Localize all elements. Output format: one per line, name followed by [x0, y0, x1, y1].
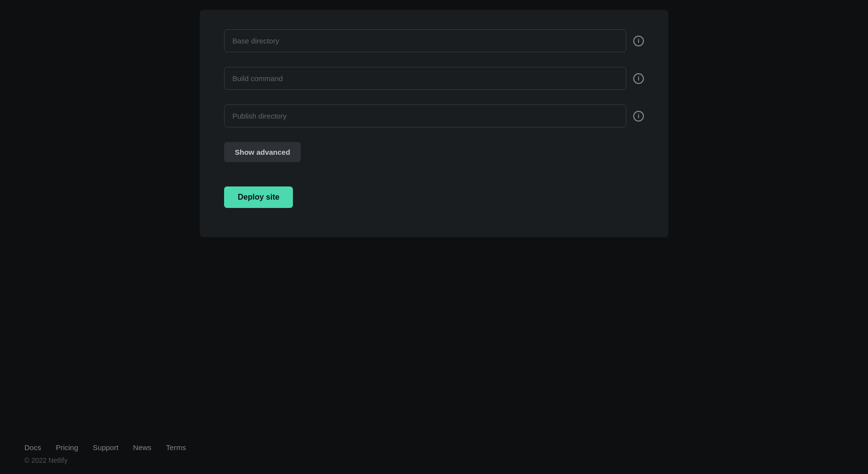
publish-directory-input[interactable]: [224, 104, 626, 127]
footer-link-support[interactable]: Support: [93, 443, 119, 452]
build-command-input[interactable]: [224, 67, 626, 90]
footer-link-docs[interactable]: Docs: [24, 443, 41, 452]
form-card: i i i Show advanced Deploy site: [200, 10, 668, 237]
build-command-group: i: [224, 67, 644, 90]
publish-directory-group: i: [224, 104, 644, 127]
build-command-info-icon[interactable]: i: [633, 73, 644, 84]
deploy-site-button[interactable]: Deploy site: [224, 186, 293, 208]
footer-link-news[interactable]: News: [133, 443, 152, 452]
base-directory-input[interactable]: [224, 29, 626, 52]
footer-links: Docs Pricing Support News Terms: [24, 443, 844, 452]
base-directory-info-icon[interactable]: i: [633, 36, 644, 46]
footer-link-terms[interactable]: Terms: [166, 443, 186, 452]
footer-link-pricing[interactable]: Pricing: [56, 443, 78, 452]
show-advanced-button[interactable]: Show advanced: [224, 142, 301, 162]
base-directory-group: i: [224, 29, 644, 52]
footer-copyright: © 2022 Netlify: [24, 456, 844, 464]
main-container: i i i Show advanced Deploy site: [0, 0, 868, 237]
publish-directory-info-icon[interactable]: i: [633, 111, 644, 122]
footer: Docs Pricing Support News Terms © 2022 N…: [0, 429, 868, 474]
